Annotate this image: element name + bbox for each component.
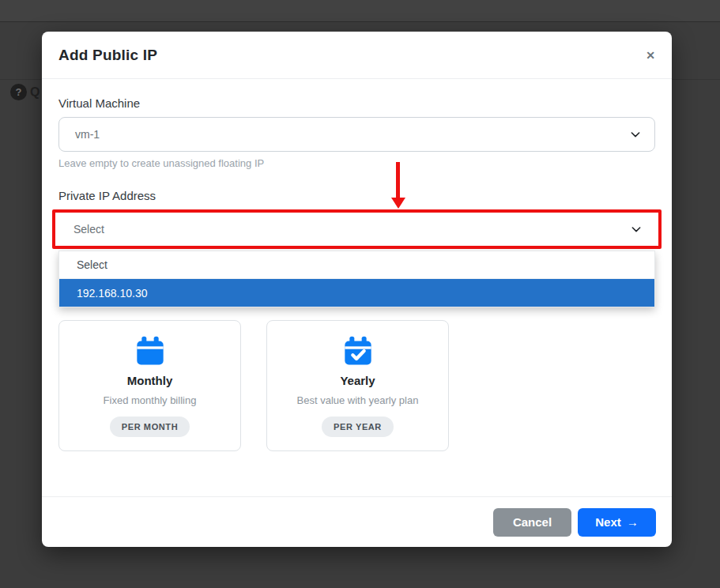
virtual-machine-helper: Leave empty to create unassigned floatin… [58, 157, 655, 169]
private-ip-dropdown-list: Select 192.168.10.30 [58, 251, 655, 307]
plan-description: Fixed monthly billing [104, 394, 197, 406]
plan-description: Best value with yearly plan [297, 394, 419, 406]
plan-card-monthly[interactable]: Monthly Fixed monthly billing PER MONTH [58, 320, 241, 451]
modal-body: Virtual Machine vm-1 Leave empty to crea… [42, 79, 672, 451]
background-partial-text: Q [30, 85, 40, 100]
next-button-label: Next [595, 515, 621, 529]
background-top-bar [0, 0, 720, 22]
add-public-ip-modal: Add Public IP ✕ Virtual Machine vm-1 Lea… [42, 32, 672, 547]
dropdown-option-select[interactable]: Select [59, 251, 654, 279]
calendar-check-icon [342, 335, 374, 367]
cancel-button[interactable]: Cancel [493, 508, 571, 537]
modal-footer: Cancel Next → [42, 496, 672, 547]
modal-header: Add Public IP ✕ [42, 32, 672, 79]
arrow-right-icon: → [627, 515, 639, 529]
plan-name: Monthly [127, 374, 173, 387]
billing-plans: Monthly Fixed monthly billing PER MONTH … [58, 320, 655, 451]
private-ip-select[interactable]: Select [55, 213, 658, 246]
virtual-machine-value: vm-1 [75, 128, 100, 141]
red-highlight-box: Select [52, 209, 662, 249]
plan-name: Yearly [340, 374, 375, 387]
chevron-down-icon [630, 223, 643, 236]
next-button[interactable]: Next → [578, 508, 656, 537]
close-icon[interactable]: ✕ [646, 50, 655, 61]
chevron-down-icon [629, 128, 642, 141]
calendar-icon [134, 335, 166, 367]
virtual-machine-select[interactable]: vm-1 [58, 117, 655, 152]
private-ip-value: Select [74, 223, 104, 236]
plan-card-yearly[interactable]: Yearly Best value with yearly plan PER Y… [266, 320, 449, 451]
virtual-machine-label: Virtual Machine [58, 96, 655, 110]
private-ip-label: Private IP Address [58, 189, 655, 202]
dropdown-option-ip[interactable]: 192.168.10.30 [59, 279, 654, 307]
plan-badge: PER MONTH [110, 416, 190, 437]
help-icon: ? [10, 84, 27, 100]
plan-badge: PER YEAR [322, 416, 394, 437]
modal-title: Add Public IP [58, 47, 157, 64]
